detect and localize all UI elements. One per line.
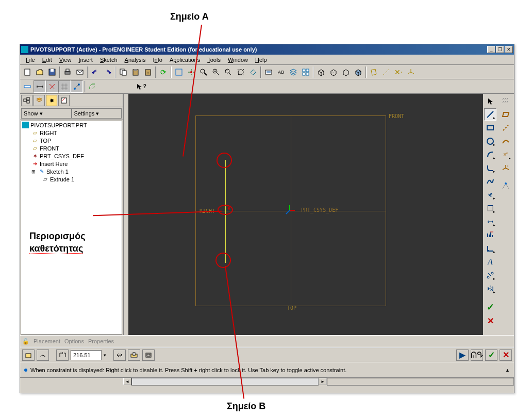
menu-tools[interactable]: Tools [204, 56, 224, 64]
menu-sketch[interactable]: Sketch [96, 56, 121, 64]
tree-select-button[interactable] [58, 95, 70, 106]
tree-node-sketch1[interactable]: ⊞✎Sketch 1 [21, 168, 122, 175]
zoom-in-button[interactable]: + [210, 66, 222, 78]
tree-node-extrude1[interactable]: ▱Extrude 1 [21, 175, 122, 183]
menu-edit[interactable]: Edit [39, 56, 56, 64]
point-datum-tool[interactable]: ××▸ [500, 148, 512, 161]
model-tree[interactable]: PIVOTSUPPORT.PRT ▱RIGHT ▱TOP ▱FRONT ✶PRT… [21, 121, 122, 335]
view-mgr-button[interactable] [300, 66, 312, 78]
tree-filter-button[interactable]: ✹ [46, 95, 57, 106]
spline-tool[interactable] [484, 175, 496, 188]
sketch-viewport[interactable]: FRONT RIGHT TOP PRT_CSYS_DEF V [128, 94, 483, 335]
select-tool[interactable] [484, 95, 496, 107]
play-button[interactable]: ▶ [456, 349, 469, 361]
feature-cancel-button[interactable]: ✕ [500, 349, 512, 361]
vertex-display-button[interactable] [71, 80, 83, 93]
csys-datum-tool[interactable]: × [500, 162, 512, 174]
close-button[interactable]: ✕ [505, 46, 513, 53]
sketch-done-button[interactable]: ✓ [484, 301, 496, 313]
reference-tool[interactable] [500, 179, 512, 192]
zoom-out-button[interactable]: − [222, 66, 235, 78]
text-tool[interactable]: A [484, 256, 496, 268]
menu-applications[interactable]: Applications [166, 56, 204, 64]
fillet-tool[interactable]: ▸ [484, 162, 496, 174]
extrude-surface-button[interactable] [37, 349, 49, 361]
copy-button[interactable] [117, 66, 129, 78]
menu-file[interactable]: File [22, 56, 39, 64]
open-button[interactable] [34, 66, 46, 78]
sketch-cancel-button[interactable]: ✕ [484, 314, 496, 327]
dimension-display-button[interactable] [34, 80, 46, 93]
status-scroll-up[interactable]: ▲ [505, 368, 510, 373]
help-pointer-button[interactable]: ? [135, 80, 147, 93]
repaint-button[interactable] [173, 66, 185, 78]
constraint-tool[interactable]: ▸ [484, 242, 496, 255]
paste-special-button[interactable]: + [142, 66, 154, 78]
layers-button[interactable] [287, 66, 300, 78]
dash-toolbar-button[interactable] [21, 80, 34, 93]
tree-node-csys[interactable]: ✶PRT_CSYS_DEF [21, 152, 122, 160]
feature-ok-button[interactable]: ✓ [485, 349, 497, 361]
grid-display-button[interactable] [58, 80, 71, 93]
wireframe-button[interactable] [315, 66, 327, 78]
csys-button[interactable] [405, 66, 417, 78]
point-tool[interactable]: ▸ [484, 189, 496, 201]
mirror-tool[interactable]: ▸ [484, 282, 496, 295]
menu-view[interactable]: View [56, 56, 75, 64]
tab-placement[interactable]: Placement [34, 338, 60, 344]
axis-tool[interactable] [500, 122, 512, 134]
sketch-orientation-button[interactable] [86, 80, 98, 93]
annotation-button[interactable]: AB [275, 66, 287, 78]
datum-planes-button[interactable] [368, 66, 380, 78]
remove-material-button[interactable] [128, 349, 140, 361]
scroll-right-button[interactable]: ► [319, 378, 327, 385]
thicken-button[interactable] [142, 349, 155, 361]
datum-points-button[interactable]: ✕× [392, 66, 405, 78]
new-button[interactable] [21, 66, 34, 78]
pause-feature-button[interactable]: ᕬᕴ [471, 349, 483, 361]
tree-node-insert-here[interactable]: ➔Insert Here [21, 160, 122, 168]
menu-insert[interactable]: Insert [75, 56, 96, 64]
curve-tool[interactable] [500, 135, 512, 147]
modify-tool[interactable] [484, 229, 496, 241]
depth-value-input[interactable] [71, 350, 102, 360]
email-button[interactable] [74, 66, 86, 78]
paste-button[interactable] [129, 66, 142, 78]
menu-analysis[interactable]: Analysis [121, 56, 149, 64]
line-tool[interactable]: ▸ [484, 108, 496, 121]
extrude-solid-button[interactable] [22, 349, 35, 361]
print-button[interactable] [61, 66, 74, 78]
tree-root[interactable]: PIVOTSUPPORT.PRT [21, 121, 122, 129]
use-edge-tool[interactable]: ▸ [484, 202, 496, 214]
tab-options[interactable]: Options [64, 338, 84, 344]
menu-info[interactable]: Info [149, 56, 166, 64]
hidden-line-button[interactable] [327, 66, 340, 78]
settings-dropdown[interactable]: Settings ▾ [72, 108, 122, 119]
menu-window[interactable]: Window [224, 56, 252, 64]
tree-node-front[interactable]: ▱FRONT [21, 144, 122, 152]
constraint-display-button[interactable] [46, 80, 58, 93]
circle-tool[interactable]: ▸ [484, 135, 496, 147]
search-button[interactable] [197, 66, 210, 78]
saved-views-button[interactable] [262, 66, 275, 78]
show-dropdown[interactable]: Show ▾ [21, 108, 72, 119]
tree-expand-button[interactable] [21, 95, 32, 106]
scroll-left-button[interactable]: ◄ [123, 378, 131, 385]
flip-button[interactable] [113, 349, 126, 361]
tree-layers-button[interactable] [34, 95, 45, 106]
refit-button[interactable] [235, 66, 247, 78]
no-hidden-button[interactable] [340, 66, 352, 78]
rectangle-tool[interactable] [484, 122, 496, 134]
redo-button[interactable] [102, 66, 114, 78]
tree-node-right[interactable]: ▱RIGHT [21, 129, 122, 137]
depth-blind-button[interactable] [56, 349, 69, 361]
arc-tool[interactable]: ▸ [484, 148, 496, 161]
regenerate-button[interactable]: ⟳ [157, 66, 170, 78]
tab-properties[interactable]: Properties [88, 338, 114, 344]
save-button[interactable] [46, 66, 58, 78]
grid-tool[interactable] [500, 95, 512, 107]
restore-button[interactable]: ❐ [496, 46, 504, 53]
parallelogram-tool[interactable] [500, 108, 512, 121]
dimension-tool[interactable]: ▸ [484, 215, 496, 228]
tree-node-top[interactable]: ▱TOP [21, 137, 122, 144]
